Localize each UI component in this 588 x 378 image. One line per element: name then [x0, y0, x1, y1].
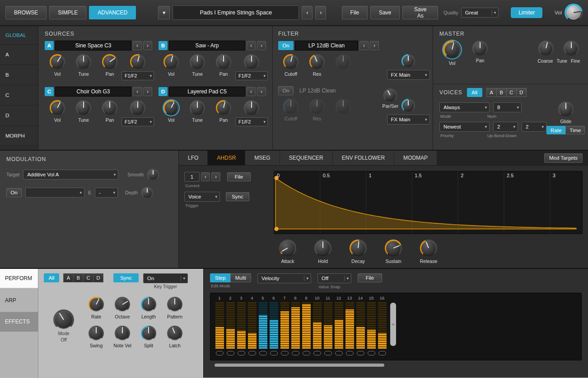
- filter1-res-knob[interactable]: [309, 54, 325, 69]
- source-d-prev-button[interactable]: ‹: [247, 87, 256, 96]
- step-bar-4[interactable]: [248, 302, 257, 349]
- source-d-filter-route-select[interactable]: F1/F2▾: [235, 117, 268, 126]
- mod-smooth-knob[interactable]: [147, 169, 159, 180]
- voices-group-d-button[interactable]: D: [516, 88, 527, 97]
- source-b-vol-knob[interactable]: [163, 54, 179, 69]
- release-knob[interactable]: [420, 240, 437, 257]
- fine-tune-knob[interactable]: [564, 41, 579, 56]
- tab-morph[interactable]: MORPH: [0, 126, 38, 146]
- source-a-filter-route-select[interactable]: F1/F2▾: [121, 71, 154, 80]
- tab-arp[interactable]: ARP: [0, 291, 38, 310]
- arp-split-knob[interactable]: [141, 326, 156, 341]
- tab-effects[interactable]: EFFECTS: [0, 312, 38, 332]
- arp-latch-knob[interactable]: [167, 326, 182, 341]
- advanced-button[interactable]: ADVANCED: [89, 6, 136, 19]
- voices-mode-select[interactable]: Always▾: [439, 102, 490, 112]
- arp-length-knob[interactable]: [141, 297, 156, 312]
- filter1-on-button[interactable]: On: [278, 41, 294, 50]
- preset-display[interactable]: Pads I Empire Strings Space: [173, 5, 299, 20]
- seq-horizontal-scrollbar[interactable]: [215, 364, 384, 367]
- voices-down-bend-select[interactable]: 2▾: [522, 122, 546, 132]
- seq-vertical-scrollbar[interactable]: ‹›: [390, 303, 396, 346]
- source-d-next-button[interactable]: ›: [257, 87, 266, 96]
- quality-select[interactable]: Great▾: [461, 8, 499, 18]
- tab-lfo[interactable]: LFO: [179, 151, 208, 165]
- master-pan-knob[interactable]: [472, 41, 488, 56]
- filter2-route-select[interactable]: FX Main▾: [387, 115, 430, 124]
- filter1-next-button[interactable]: ›: [370, 41, 379, 50]
- source-b-next-button[interactable]: ›: [257, 41, 266, 50]
- step-bar-5[interactable]: [259, 302, 267, 349]
- env-next-button[interactable]: ›: [211, 172, 220, 181]
- tab-perform[interactable]: PERFORM: [0, 269, 38, 288]
- step-loop-icon[interactable]: [270, 351, 278, 355]
- arp-all-button[interactable]: All: [44, 273, 59, 282]
- tab-global[interactable]: GLOBAL: [0, 26, 38, 45]
- source-b-filter-route-select[interactable]: F1/F2▾: [235, 71, 268, 80]
- edit-mode-multi-button[interactable]: Multi: [230, 273, 251, 282]
- master-vol-knob[interactable]: [443, 41, 461, 59]
- tab-source-b[interactable]: B: [0, 65, 38, 85]
- step-bar-11[interactable]: [324, 302, 332, 349]
- step-bar-7[interactable]: [280, 302, 289, 349]
- tab-source-d[interactable]: D: [0, 106, 38, 126]
- mod-on-button[interactable]: On: [6, 188, 22, 197]
- source-c-filter-route-select[interactable]: F1/F2▾: [121, 117, 154, 126]
- save-button[interactable]: Save: [370, 6, 400, 19]
- step-bar-2[interactable]: [226, 302, 235, 349]
- source-a-prev-button[interactable]: ‹: [133, 41, 142, 50]
- step-loop-icon[interactable]: [227, 351, 234, 355]
- source-c-filter-send-knob[interactable]: [130, 100, 145, 115]
- par-ser-knob[interactable]: [383, 88, 397, 102]
- preset-menu-button[interactable]: ▾: [158, 6, 170, 19]
- step-loop-icon[interactable]: [248, 351, 256, 355]
- source-d-pan-knob[interactable]: [216, 100, 231, 115]
- source-a-next-button[interactable]: ›: [143, 41, 152, 50]
- step-bar-6[interactable]: [270, 302, 278, 349]
- glide-time-button[interactable]: Time: [565, 126, 585, 134]
- sustain-knob[interactable]: [385, 240, 402, 257]
- source-a-name[interactable]: Sine Space C3: [55, 41, 131, 51]
- arp-group-b-button[interactable]: B: [73, 273, 84, 282]
- glide-rate-button[interactable]: Rate: [546, 126, 565, 134]
- voices-all-button[interactable]: All: [467, 88, 482, 97]
- tab-source-a[interactable]: A: [0, 45, 38, 65]
- arp-group-c-button[interactable]: C: [83, 273, 93, 282]
- filter1-cutoff-knob[interactable]: [283, 54, 299, 69]
- simple-button[interactable]: SIMPLE: [49, 6, 86, 19]
- step-bar-9[interactable]: [302, 302, 311, 349]
- source-d-vol-knob[interactable]: [163, 100, 179, 115]
- source-a-tune-knob[interactable]: [76, 54, 91, 69]
- step-loop-icon[interactable]: [216, 351, 224, 355]
- file-button[interactable]: File: [342, 6, 368, 19]
- arp-group-a-button[interactable]: A: [63, 273, 74, 282]
- source-b-pan-knob[interactable]: [216, 54, 231, 69]
- source-c-tune-knob[interactable]: [76, 100, 91, 115]
- source-b-prev-button[interactable]: ‹: [247, 41, 256, 50]
- seq-param-select[interactable]: Velocity▾: [257, 273, 311, 283]
- prev-preset-button[interactable]: ‹: [302, 6, 313, 19]
- step-loop-icon[interactable]: [292, 351, 299, 355]
- mod-target-select[interactable]: Additive Vol A▾: [23, 170, 118, 180]
- save-as-button[interactable]: Save As: [402, 6, 438, 19]
- hold-knob[interactable]: [314, 240, 331, 257]
- source-c-vol-knob[interactable]: [50, 100, 65, 115]
- source-c-next-button[interactable]: ›: [143, 87, 152, 96]
- tab-source-c[interactable]: C: [0, 85, 38, 106]
- source-a-pan-knob[interactable]: [102, 54, 117, 69]
- step-bar-16[interactable]: [378, 302, 387, 349]
- arp-octave-knob[interactable]: [115, 297, 130, 312]
- step-bar-12[interactable]: [335, 302, 343, 349]
- step-bar-8[interactable]: [291, 302, 300, 349]
- step-loop-icon[interactable]: [259, 351, 267, 355]
- next-preset-button[interactable]: ›: [315, 6, 326, 19]
- filter2-res-knob[interactable]: [309, 99, 325, 114]
- env-trigger-select[interactable]: Voice▾: [184, 192, 220, 202]
- step-bar-3[interactable]: [237, 302, 246, 349]
- step-bar-14[interactable]: [356, 302, 365, 349]
- filter1-prev-button[interactable]: ‹: [359, 41, 369, 50]
- mod-targets-button[interactable]: Mod Targets: [544, 153, 583, 163]
- envelope-display[interactable]: 00.511.522.53: [274, 171, 583, 234]
- source-c-name[interactable]: Choir Ooh G3: [55, 87, 131, 97]
- tab-mseg[interactable]: MSEG: [245, 151, 280, 165]
